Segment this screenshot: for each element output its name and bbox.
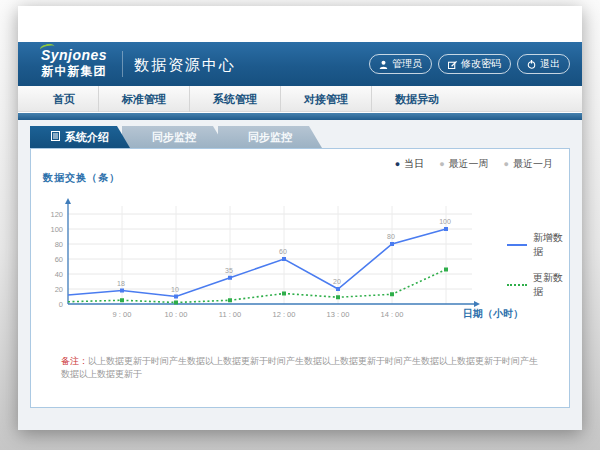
radio-dot-icon: ● [439, 160, 444, 169]
user-icon [379, 60, 388, 69]
change-password-button[interactable]: 修改密码 [438, 54, 511, 74]
radio-dot-icon: ● [504, 160, 509, 169]
nav-item-integration-mgmt[interactable]: 对接管理 [281, 86, 372, 112]
svg-text:100: 100 [439, 218, 451, 225]
range-filter-group: ● 当日 ● 最近一周 ● 最近一月 [395, 157, 553, 171]
svg-text:80: 80 [387, 233, 395, 240]
svg-text:100: 100 [50, 225, 63, 234]
nav-item-standard-mgmt[interactable]: 标准管理 [99, 86, 190, 112]
svg-text:11 : 00: 11 : 00 [219, 310, 241, 319]
svg-text:13 : 00: 13 : 00 [327, 310, 350, 319]
tab-sync-monitor-2[interactable]: 同步监控 [218, 126, 322, 148]
filter-last-month[interactable]: ● 最近一月 [504, 157, 553, 171]
svg-text:80: 80 [55, 240, 63, 249]
logout-button[interactable]: 退出 [517, 54, 570, 74]
svg-text:9 : 00: 9 : 00 [113, 310, 132, 319]
svg-text:14 : 00: 14 : 00 [381, 310, 404, 319]
footnote: 备注：以上数据更新于时间产生数据以上数据更新于时间产生数据以上数据更新于时间产生… [61, 355, 541, 381]
svg-text:10 : 00: 10 : 00 [165, 310, 188, 319]
power-icon [527, 60, 536, 69]
document-icon [51, 131, 60, 143]
app-window: Synjones 新中新集团 数据资源中心 管理员 修改密码 [18, 6, 582, 430]
svg-text:20: 20 [55, 285, 63, 294]
filter-today[interactable]: ● 当日 [395, 157, 424, 171]
svg-text:12 : 00: 12 : 00 [273, 310, 296, 319]
legend-line-sample [507, 284, 527, 286]
user-button[interactable]: 管理员 [369, 54, 432, 74]
svg-text:18: 18 [117, 280, 125, 287]
content-area: 同步监控 同步监控 系统介绍 ● 当日 [18, 120, 582, 430]
nav-item-data-change[interactable]: 数据异动 [372, 86, 462, 112]
legend-item-update-data[interactable]: 更新数据 [507, 271, 569, 299]
tab-system-intro[interactable]: 系统介绍 [30, 126, 130, 148]
line-chart: 0204060801001209 : 0010 : 0011 : 0012 : … [36, 196, 498, 328]
svg-text:35: 35 [225, 267, 233, 274]
nav-item-system-mgmt[interactable]: 系统管理 [190, 86, 281, 112]
main-nav: 首页 标准管理 系统管理 对接管理 数据异动 [18, 86, 582, 112]
chart-legend: 新增数据 更新数据 [507, 231, 569, 311]
legend-line-sample [507, 244, 527, 246]
svg-text:60: 60 [279, 248, 287, 255]
svg-text:20: 20 [333, 278, 341, 285]
app-header: Synjones 新中新集团 数据资源中心 管理员 修改密码 [18, 42, 582, 86]
svg-text:40: 40 [55, 270, 63, 279]
footnote-prefix: 备注： [61, 356, 88, 366]
filter-last-week[interactable]: ● 最近一周 [439, 157, 488, 171]
header-divider [122, 51, 123, 77]
brand-logo: Synjones 新中新集团 [32, 47, 116, 80]
nav-accent-strip [18, 113, 582, 120]
screenshot-canvas: Synjones 新中新集团 数据资源中心 管理员 修改密码 [0, 0, 600, 450]
legend-item-new-data[interactable]: 新增数据 [507, 231, 569, 259]
svg-text:0: 0 [59, 300, 63, 309]
svg-text:60: 60 [55, 255, 63, 264]
app-title: 数据资源中心 [134, 42, 236, 86]
brand-logo-en: Synjones [32, 47, 116, 63]
svg-text:10: 10 [171, 286, 179, 293]
edit-icon [448, 60, 457, 69]
y-axis-title: 数据交换（条） [43, 171, 120, 185]
nav-item-home[interactable]: 首页 [30, 86, 99, 112]
svg-text:120: 120 [50, 210, 63, 219]
radio-dot-icon: ● [395, 160, 400, 169]
header-actions: 管理员 修改密码 退出 [369, 54, 570, 74]
tab-sync-monitor-1[interactable]: 同步监控 [122, 126, 226, 148]
chart-panel: ● 当日 ● 最近一周 ● 最近一月 数据交换（条） 0204060801001… [30, 148, 570, 408]
brand-logo-cn: 新中新集团 [32, 63, 116, 80]
